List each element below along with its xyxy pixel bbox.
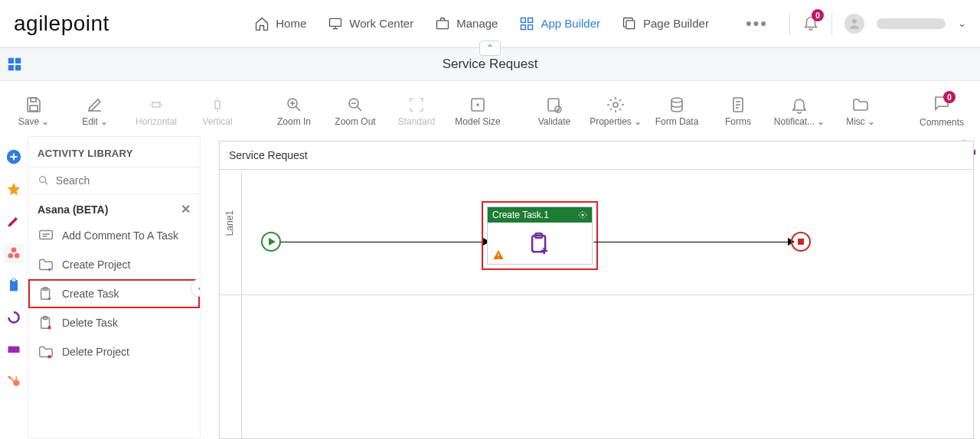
rail-edit-button[interactable] — [4, 211, 24, 231]
forms-icon — [729, 96, 747, 114]
library-search-input[interactable] — [56, 174, 191, 187]
svg-rect-30 — [12, 279, 16, 281]
rail-loop-button[interactable] — [4, 307, 24, 327]
zoom-in-label: Zoom In — [277, 116, 311, 127]
lib-delete-project-label: Delete Project — [62, 346, 129, 358]
warning-icon — [492, 249, 505, 261]
nav-app-builder[interactable]: App Builder — [519, 16, 600, 31]
zoom-out-button[interactable]: Zoom Out — [326, 86, 384, 136]
library-item-delete-task[interactable]: Delete Task — [28, 308, 200, 337]
save-button[interactable]: Save ⌄ — [5, 86, 63, 136]
rail-add-button[interactable] — [4, 147, 24, 167]
chevron-down-icon: ⌄ — [634, 116, 642, 127]
clipboard-x-icon — [38, 314, 54, 331]
standard-label: Standard — [398, 116, 436, 127]
svg-rect-1 — [437, 20, 449, 28]
grid-icon — [519, 16, 534, 31]
rail-hubspot-button[interactable] — [4, 372, 24, 392]
svg-rect-2 — [521, 18, 526, 22]
svg-point-22 — [613, 102, 618, 107]
forms-button[interactable]: Forms — [709, 86, 767, 136]
rail-asana-button[interactable] — [4, 243, 24, 263]
search-icon — [38, 174, 50, 187]
misc-button[interactable]: Misc ⌄ — [831, 86, 890, 136]
svg-rect-11 — [15, 65, 21, 70]
home-icon — [254, 16, 270, 31]
save-label: Save — [18, 116, 39, 127]
svg-point-28 — [15, 253, 20, 259]
notifications-badge: 0 — [812, 9, 824, 21]
notifications-tool-button[interactable]: Notificat... ⌄ — [770, 86, 828, 136]
svg-rect-4 — [521, 24, 526, 29]
brand-logo[interactable]: agilepoint — [14, 11, 109, 36]
library-search[interactable] — [28, 167, 200, 194]
comments-badge: 0 — [943, 91, 956, 103]
lib-delete-task-label: Delete Task — [62, 317, 118, 329]
horizontal-button[interactable]: Horizontal — [127, 86, 185, 136]
svg-point-23 — [671, 98, 682, 102]
notifications-tool-label: Notificat... — [774, 116, 815, 127]
comments-label: Comments — [920, 117, 964, 128]
nav-more-button[interactable]: ••• — [746, 14, 768, 34]
form-data-label: Form Data — [655, 116, 699, 127]
chevron-down-icon: ⌄ — [817, 116, 825, 127]
database-icon — [668, 96, 686, 114]
library-item-add-comment[interactable]: Add Comment To A Task — [28, 221, 200, 250]
lane-bottom-border — [220, 294, 973, 295]
chat-icon — [38, 227, 54, 244]
connector — [593, 242, 791, 242]
library-category-close[interactable]: ✕ — [181, 202, 191, 216]
rail-clipboard-button[interactable] — [4, 275, 24, 295]
validate-icon — [545, 96, 564, 114]
svg-point-34 — [40, 177, 46, 183]
nav-work-center[interactable]: Work Center — [328, 16, 413, 31]
align-vertical-icon — [208, 96, 227, 114]
nav-page-builder[interactable]: Page Builder — [622, 16, 709, 31]
svg-rect-8 — [8, 58, 14, 63]
collapse-up-button[interactable]: ⌃ — [479, 41, 501, 56]
task-node-create-task[interactable]: Create Task.1 — [487, 206, 593, 265]
library-item-create-task[interactable]: Create Task — [28, 279, 200, 308]
svg-rect-3 — [528, 18, 533, 22]
library-category: Asana (BETA) — [38, 203, 108, 216]
form-data-button[interactable]: Form Data — [648, 86, 706, 136]
end-node[interactable] — [791, 232, 811, 252]
svg-rect-6 — [626, 20, 635, 28]
save-icon — [24, 96, 43, 114]
clipboard-plus-icon — [38, 285, 54, 302]
notifications-button[interactable]: 0 — [802, 14, 819, 33]
comments-button[interactable]: 0 Comments — [913, 86, 971, 136]
validate-button[interactable]: Validate — [525, 86, 583, 136]
library-item-delete-project[interactable]: Delete Project — [28, 337, 200, 366]
gear-icon — [606, 96, 625, 114]
edit-button[interactable]: Edit ⌄ — [66, 86, 124, 136]
user-avatar[interactable] — [844, 14, 864, 34]
folder-x-icon — [38, 343, 54, 360]
user-name-placeholder — [877, 18, 946, 29]
lane-label: Lane1 — [224, 210, 235, 236]
standard-button[interactable]: Standard — [387, 86, 446, 136]
svg-rect-12 — [31, 98, 36, 102]
svg-rect-14 — [152, 102, 160, 107]
model-size-button[interactable]: Model Size — [449, 86, 507, 136]
apps-grid-button[interactable] — [6, 56, 23, 73]
svg-rect-0 — [330, 18, 341, 26]
library-item-create-project[interactable]: Create Project — [28, 250, 200, 279]
svg-rect-35 — [40, 231, 53, 239]
nav-home[interactable]: Home — [254, 16, 306, 31]
vertical-button[interactable]: Vertical — [188, 86, 247, 136]
gear-icon[interactable] — [578, 210, 587, 220]
zoom-in-button[interactable]: Zoom In — [265, 86, 323, 136]
nav-work-center-label: Work Center — [349, 17, 413, 30]
validate-label: Validate — [538, 116, 570, 127]
rail-tag-button[interactable] — [4, 340, 24, 359]
process-canvas[interactable]: Service Request Lane1 Create Task.1 — [219, 141, 974, 439]
user-menu-chevron[interactable]: ⌄ — [958, 18, 966, 29]
properties-button[interactable]: Properties ⌄ — [586, 86, 645, 136]
divider — [831, 13, 832, 34]
svg-point-40 — [582, 214, 584, 216]
folder-icon — [851, 96, 870, 114]
nav-manage[interactable]: Manage — [435, 16, 498, 31]
start-node[interactable] — [261, 232, 281, 252]
rail-star-button[interactable] — [4, 179, 24, 199]
